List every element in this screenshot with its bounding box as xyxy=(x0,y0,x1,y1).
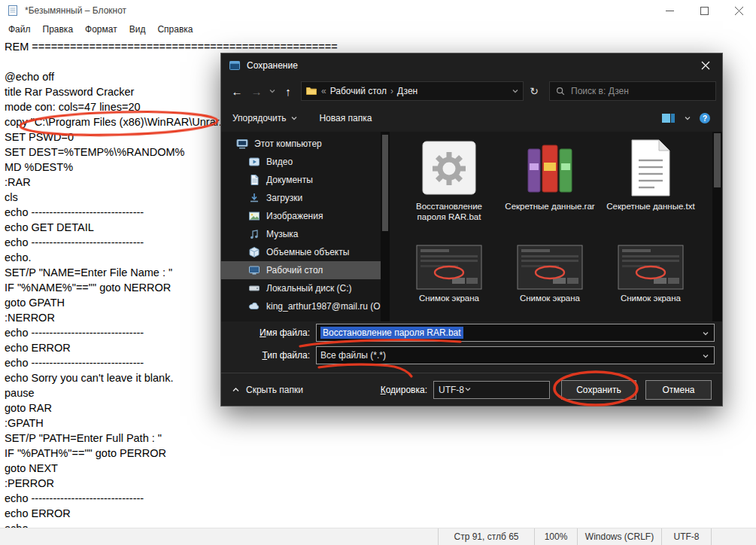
sidebar-item-label: king_arthur1987@mail.ru (O:) xyxy=(266,301,381,312)
save-button[interactable]: Сохранить xyxy=(561,380,636,400)
cloud-icon xyxy=(248,300,260,312)
back-button[interactable]: ← xyxy=(227,81,247,101)
filename-label: Имя файла: xyxy=(221,327,310,338)
desktop-icon xyxy=(248,264,260,276)
sidebar-item[interactable]: Музыка xyxy=(221,225,381,243)
chevron-down-icon xyxy=(290,114,298,122)
filename-input[interactable]: Восстановление пароля RAR.bat xyxy=(316,324,715,342)
view-chevron-icon[interactable] xyxy=(684,114,691,122)
status-spacer xyxy=(0,528,438,545)
sidebar-item[interactable]: Загрузки xyxy=(221,189,381,207)
encoding-indicator: UTF-8 xyxy=(661,528,711,545)
sidebar-item[interactable]: Локальный диск (C:) xyxy=(221,279,381,297)
file-item[interactable]: Снимок экрана xyxy=(602,227,700,318)
sidebar-item-label: Локальный диск (C:) xyxy=(266,283,352,294)
filename-dropdown-icon[interactable] xyxy=(702,330,709,337)
sidebar-item-label: Музыка xyxy=(266,229,298,239)
sidebar-item[interactable]: Документы xyxy=(221,171,381,189)
downloads-icon xyxy=(248,192,260,204)
help-icon[interactable]: ? xyxy=(699,112,711,124)
sidebar-item[interactable]: Видео xyxy=(221,153,381,171)
file-item[interactable]: Снимок экрана xyxy=(400,227,498,318)
save-dialog-icon xyxy=(229,59,241,72)
computer-icon xyxy=(236,138,248,150)
breadcrumb-overflow[interactable]: « xyxy=(320,86,327,96)
cancel-button[interactable]: Отмена xyxy=(645,380,712,400)
encoding-label: Кодировка: xyxy=(381,385,427,395)
refresh-button[interactable]: ↻ xyxy=(524,81,545,101)
filetype-dropdown-icon[interactable] xyxy=(702,352,709,360)
notepad-statusbar: Стр 91, стлб 65 100% Windows (CRLF) UTF-… xyxy=(0,528,756,545)
file-item-label: Секретные данные.txt xyxy=(606,201,694,212)
file-grid: Восстановление пароля RAR.batСекретные д… xyxy=(390,132,712,321)
file-item[interactable]: Секретные данные.txt xyxy=(602,135,700,227)
menu-file[interactable]: Файл xyxy=(2,23,37,36)
chevron-up-icon xyxy=(232,386,240,394)
new-folder-button[interactable]: Новая папка xyxy=(319,113,372,123)
sidebar-item[interactable]: Этот компьютер xyxy=(221,135,381,153)
forward-button[interactable]: → xyxy=(247,81,266,101)
window-controls xyxy=(652,0,756,21)
address-bar[interactable]: « Рабочий стол › Дзен xyxy=(301,81,524,101)
hide-folders-button[interactable]: Скрыть папки xyxy=(232,385,303,395)
sidebar-item[interactable]: Изображения xyxy=(221,207,381,225)
screenshot-icon xyxy=(618,245,684,290)
dialog-close-button[interactable] xyxy=(688,53,722,78)
bat-file-icon xyxy=(419,138,479,198)
encoding-select[interactable]: UTF-8 xyxy=(433,381,550,399)
disk-icon xyxy=(248,282,260,294)
text-line: echo ERROR xyxy=(5,506,756,521)
sidebar-item-label: Видео xyxy=(266,157,293,167)
file-item[interactable]: Снимок экрана xyxy=(501,227,599,318)
filetype-select[interactable]: Все файлы (*.*) xyxy=(316,346,715,364)
cursor-position: Стр 91, стлб 65 xyxy=(438,528,534,545)
notepad-menubar: ФайлПравкаФорматВидСправка xyxy=(0,21,756,37)
menu-help[interactable]: Справка xyxy=(151,23,199,36)
svg-text:?: ? xyxy=(703,114,707,123)
sidebar-scrollbar[interactable] xyxy=(381,132,390,321)
sidebar-item-label: Рабочий стол xyxy=(266,265,323,276)
dialog-nav-bar: ← → ↑ « Рабочий стол › Дзен ↻ Поиск в: Д… xyxy=(221,78,722,105)
documents-icon xyxy=(248,174,260,186)
dialog-titlebar: Сохранение xyxy=(221,53,722,78)
filename-selected-text: Восстановление пароля RAR.bat xyxy=(320,327,463,339)
organize-button[interactable]: Упорядочить xyxy=(232,113,298,123)
text-line: IF "%PATH%"=="" goto PERROR xyxy=(5,446,756,461)
history-chevron-icon[interactable] xyxy=(266,81,278,101)
breadcrumb-dzen[interactable]: Дзен xyxy=(397,86,417,96)
file-item-label: Восстановление пароля RAR.bat xyxy=(402,201,496,222)
view-mode-icon[interactable] xyxy=(661,112,676,124)
breadcrumb-desktop[interactable]: Рабочий стол xyxy=(330,86,387,96)
search-placeholder: Поиск в: Дзен xyxy=(571,86,629,96)
dialog-sidebar: Этот компьютерВидеоДокументыЗагрузкиИзоб… xyxy=(221,132,381,321)
search-box[interactable]: Поиск в: Дзен xyxy=(549,81,716,101)
line-ending: Windows (CRLF) xyxy=(577,528,661,545)
sidebar-scrollbar-thumb[interactable] xyxy=(382,135,388,231)
dialog-toolbar: Упорядочить Новая папка ? xyxy=(221,105,722,132)
file-item[interactable]: Секретные данные.rar xyxy=(501,135,599,227)
encoding-dropdown-icon[interactable] xyxy=(464,385,472,395)
sidebar-item[interactable]: Объемные объекты xyxy=(221,243,381,261)
menu-edit[interactable]: Правка xyxy=(37,23,80,36)
file-item[interactable]: Восстановление пароля RAR.bat xyxy=(400,135,498,227)
objects3d-icon xyxy=(248,246,260,258)
sidebar-item[interactable]: Рабочий стол xyxy=(221,261,381,279)
notepad-window-title: *Безымянный – Блокнот xyxy=(25,5,126,16)
file-item-label: Снимок экрана xyxy=(520,293,580,303)
up-button[interactable]: ↑ xyxy=(278,81,298,101)
zoom-level: 100% xyxy=(534,528,577,545)
filetype-label: Тип файла: xyxy=(221,350,310,361)
maximize-button[interactable] xyxy=(687,0,721,21)
files-scrollbar-thumb[interactable] xyxy=(714,133,721,187)
minimize-button[interactable] xyxy=(652,0,687,21)
menu-format[interactable]: Формат xyxy=(79,23,123,36)
close-button[interactable] xyxy=(721,0,756,21)
sidebar-item[interactable]: king_arthur1987@mail.ru (O:) xyxy=(221,297,381,315)
file-item-label: Снимок экрана xyxy=(621,293,681,303)
text-line: :PERROR xyxy=(5,476,756,491)
files-scrollbar[interactable] xyxy=(712,132,722,321)
address-dropdown-icon[interactable] xyxy=(512,87,519,95)
text-line: :GPATH xyxy=(5,416,756,431)
dialog-main: Этот компьютерВидеоДокументыЗагрузкиИзоб… xyxy=(221,132,722,321)
menu-view[interactable]: Вид xyxy=(123,23,152,36)
